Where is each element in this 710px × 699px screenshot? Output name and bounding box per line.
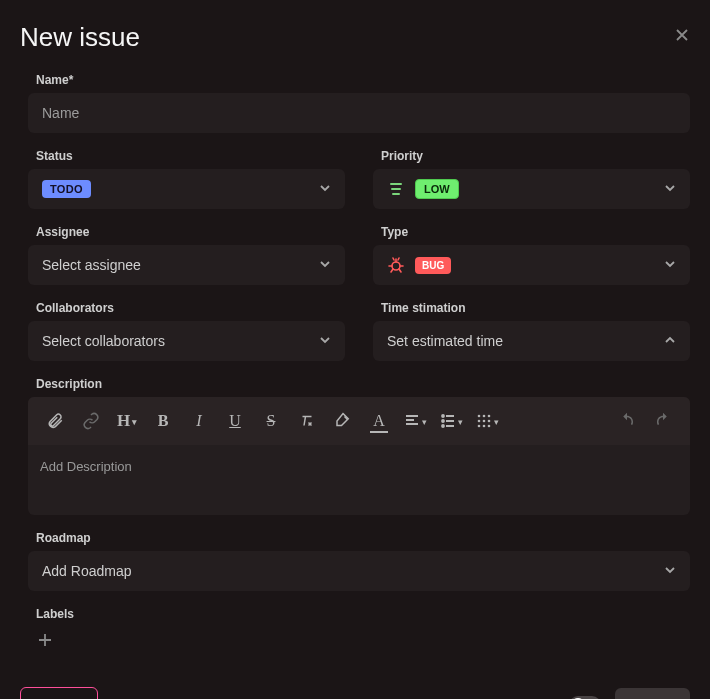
svg-point-9 <box>487 420 490 423</box>
assignee-placeholder: Select assignee <box>42 257 141 273</box>
chevron-down-icon <box>319 181 331 197</box>
bug-icon <box>387 256 405 274</box>
status-select[interactable]: TODO <box>28 169 345 209</box>
add-label-button[interactable] <box>32 627 58 653</box>
time-placeholder: Set estimated time <box>387 333 503 349</box>
svg-point-3 <box>442 425 444 427</box>
highlight-icon[interactable] <box>326 405 360 437</box>
roadmap-label: Roadmap <box>28 531 690 545</box>
undo-icon[interactable] <box>610 405 644 437</box>
svg-point-7 <box>477 420 480 423</box>
type-label: Type <box>373 225 690 239</box>
assignee-select[interactable]: Select assignee <box>28 245 345 285</box>
list-icon[interactable]: ▾ <box>434 405 468 437</box>
underline-icon[interactable]: U <box>218 405 252 437</box>
priority-label: Priority <box>373 149 690 163</box>
chevron-down-icon <box>664 257 676 273</box>
name-label: Name* <box>28 73 690 87</box>
clear-format-icon[interactable] <box>290 405 324 437</box>
priority-badge: LOW <box>415 179 459 199</box>
chevron-down-icon <box>319 257 331 273</box>
create-more-toggle-group: Create more <box>487 696 601 700</box>
svg-point-2 <box>442 420 444 422</box>
chevron-up-icon <box>664 333 676 349</box>
cancel-button[interactable]: Cancel <box>20 687 98 699</box>
svg-point-11 <box>482 425 485 428</box>
editor-toolbar: H▾ B I U S A ▾ ▾ <box>28 397 690 445</box>
heading-icon[interactable]: H▾ <box>110 405 144 437</box>
time-label: Time stimation <box>373 301 690 315</box>
priority-low-icon <box>387 180 405 198</box>
roadmap-select[interactable]: Add Roadmap <box>28 551 690 591</box>
status-badge: TODO <box>42 180 91 198</box>
italic-icon[interactable]: I <box>182 405 216 437</box>
description-editor: H▾ B I U S A ▾ ▾ <box>28 397 690 515</box>
collaborators-select[interactable]: Select collaborators <box>28 321 345 361</box>
roadmap-placeholder: Add Roadmap <box>42 563 132 579</box>
svg-point-8 <box>482 420 485 423</box>
link-icon[interactable] <box>74 405 108 437</box>
svg-point-12 <box>487 425 490 428</box>
attachment-icon[interactable] <box>38 405 72 437</box>
svg-point-5 <box>482 415 485 418</box>
grid-icon[interactable]: ▾ <box>470 405 504 437</box>
modal-footer: Cancel Create more Create <box>20 687 690 699</box>
description-textarea[interactable]: Add Description <box>28 445 690 515</box>
chevron-down-icon <box>319 333 331 349</box>
bold-icon[interactable]: B <box>146 405 180 437</box>
svg-point-1 <box>442 415 444 417</box>
create-more-toggle[interactable] <box>569 696 601 700</box>
type-badge: BUG <box>415 257 451 274</box>
collaborators-placeholder: Select collaborators <box>42 333 165 349</box>
labels-section: Labels <box>20 607 690 653</box>
type-select[interactable]: BUG <box>373 245 690 285</box>
new-issue-modal: New issue Name* Status TODO Priority <box>0 0 710 699</box>
description-label: Description <box>28 377 690 391</box>
priority-select[interactable]: LOW <box>373 169 690 209</box>
chevron-down-icon <box>664 181 676 197</box>
name-input[interactable] <box>28 93 690 133</box>
svg-point-6 <box>487 415 490 418</box>
modal-header: New issue <box>20 22 690 53</box>
redo-icon[interactable] <box>646 405 680 437</box>
collaborators-label: Collaborators <box>28 301 345 315</box>
labels-label: Labels <box>28 607 690 621</box>
close-icon[interactable] <box>674 27 690 48</box>
create-button[interactable]: Create <box>615 688 690 699</box>
strikethrough-icon[interactable]: S <box>254 405 288 437</box>
text-color-icon[interactable]: A <box>362 405 396 437</box>
time-select[interactable]: Set estimated time <box>373 321 690 361</box>
chevron-down-icon <box>664 563 676 579</box>
svg-point-10 <box>477 425 480 428</box>
align-icon[interactable]: ▾ <box>398 405 432 437</box>
modal-title: New issue <box>20 22 140 53</box>
svg-point-4 <box>477 415 480 418</box>
assignee-label: Assignee <box>28 225 345 239</box>
status-label: Status <box>28 149 345 163</box>
